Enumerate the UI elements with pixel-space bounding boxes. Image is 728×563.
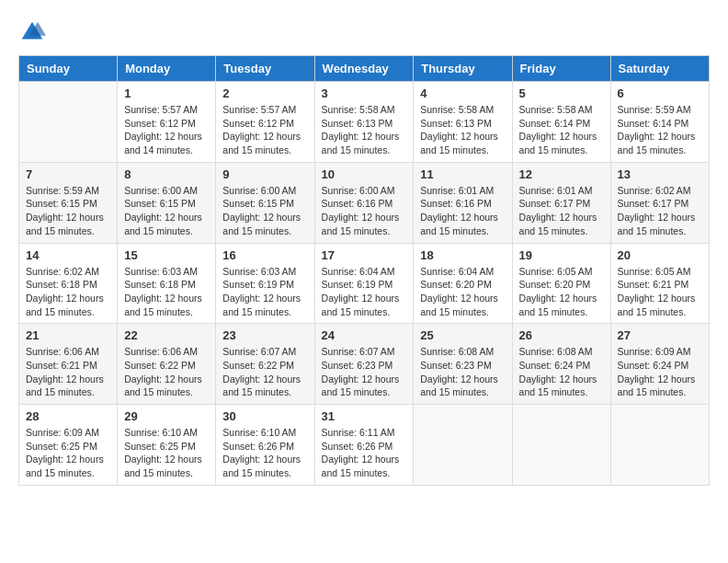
day-number: 30 [222,409,307,423]
calendar-cell: 12Sunrise: 6:01 AM Sunset: 6:17 PM Dayli… [512,162,610,243]
cell-info: Sunrise: 6:02 AM Sunset: 6:18 PM Dayligh… [26,265,110,319]
cell-info: Sunrise: 5:58 AM Sunset: 6:14 PM Dayligh… [519,103,604,157]
logo [18,18,50,46]
calendar-cell: 15Sunrise: 6:03 AM Sunset: 6:18 PM Dayli… [118,243,216,324]
cell-info: Sunrise: 6:06 AM Sunset: 6:21 PM Dayligh… [26,345,110,399]
logo-icon [18,18,46,46]
cell-info: Sunrise: 6:06 AM Sunset: 6:22 PM Dayligh… [124,345,209,399]
weekday-header-sunday: Sunday [19,56,118,82]
calendar-cell [19,82,118,163]
calendar-cell: 30Sunrise: 6:10 AM Sunset: 6:26 PM Dayli… [216,405,314,486]
cell-info: Sunrise: 6:01 AM Sunset: 6:17 PM Dayligh… [519,184,604,238]
calendar-cell [610,405,709,486]
cell-info: Sunrise: 5:58 AM Sunset: 6:13 PM Dayligh… [420,103,505,157]
cell-info: Sunrise: 6:09 AM Sunset: 6:25 PM Dayligh… [26,426,110,480]
day-number: 17 [322,248,407,262]
cell-info: Sunrise: 6:08 AM Sunset: 6:24 PM Dayligh… [519,345,604,399]
weekday-header-friday: Friday [512,56,610,82]
calendar-cell: 5Sunrise: 5:58 AM Sunset: 6:14 PM Daylig… [512,82,610,163]
day-number: 25 [420,328,505,342]
day-number: 5 [519,86,604,100]
weekday-header-thursday: Thursday [414,56,512,82]
calendar-cell: 10Sunrise: 6:00 AM Sunset: 6:16 PM Dayli… [314,162,414,243]
calendar-cell: 18Sunrise: 6:04 AM Sunset: 6:20 PM Dayli… [414,243,512,324]
day-number: 15 [124,248,209,262]
cell-info: Sunrise: 6:07 AM Sunset: 6:22 PM Dayligh… [222,345,307,399]
day-number: 29 [124,409,209,423]
day-number: 3 [322,86,407,100]
day-number: 6 [618,86,702,100]
calendar-cell: 4Sunrise: 5:58 AM Sunset: 6:13 PM Daylig… [414,82,512,163]
calendar-cell: 11Sunrise: 6:01 AM Sunset: 6:16 PM Dayli… [414,162,512,243]
calendar-header: SundayMondayTuesdayWednesdayThursdayFrid… [19,56,710,82]
day-number: 8 [124,167,209,181]
day-number: 14 [26,248,110,262]
weekday-header-row: SundayMondayTuesdayWednesdayThursdayFrid… [19,56,710,82]
cell-info: Sunrise: 6:07 AM Sunset: 6:23 PM Dayligh… [322,345,407,399]
cell-info: Sunrise: 5:57 AM Sunset: 6:12 PM Dayligh… [222,103,307,157]
calendar-cell: 24Sunrise: 6:07 AM Sunset: 6:23 PM Dayli… [314,324,414,405]
day-number: 19 [519,248,604,262]
cell-info: Sunrise: 6:00 AM Sunset: 6:16 PM Dayligh… [322,184,407,238]
cell-info: Sunrise: 6:04 AM Sunset: 6:19 PM Dayligh… [322,265,407,319]
calendar-cell: 28Sunrise: 6:09 AM Sunset: 6:25 PM Dayli… [19,405,118,486]
calendar-cell: 19Sunrise: 6:05 AM Sunset: 6:20 PM Dayli… [512,243,610,324]
calendar-cell: 17Sunrise: 6:04 AM Sunset: 6:19 PM Dayli… [314,243,414,324]
cell-info: Sunrise: 5:59 AM Sunset: 6:15 PM Dayligh… [26,184,110,238]
cell-info: Sunrise: 5:57 AM Sunset: 6:12 PM Dayligh… [124,103,209,157]
cell-info: Sunrise: 6:03 AM Sunset: 6:18 PM Dayligh… [124,265,209,319]
calendar-cell: 9Sunrise: 6:00 AM Sunset: 6:15 PM Daylig… [216,162,314,243]
day-number: 18 [420,248,505,262]
cell-info: Sunrise: 6:09 AM Sunset: 6:24 PM Dayligh… [618,345,702,399]
cell-info: Sunrise: 6:01 AM Sunset: 6:16 PM Dayligh… [420,184,505,238]
day-number: 2 [222,86,307,100]
calendar-cell [512,405,610,486]
cell-info: Sunrise: 6:10 AM Sunset: 6:26 PM Dayligh… [222,426,307,480]
calendar-cell: 6Sunrise: 5:59 AM Sunset: 6:14 PM Daylig… [610,82,709,163]
day-number: 13 [618,167,702,181]
day-number: 4 [420,86,505,100]
day-number: 27 [618,328,702,342]
calendar-week-3: 14Sunrise: 6:02 AM Sunset: 6:18 PM Dayli… [19,243,710,324]
calendar-cell: 16Sunrise: 6:03 AM Sunset: 6:19 PM Dayli… [216,243,314,324]
cell-info: Sunrise: 6:08 AM Sunset: 6:23 PM Dayligh… [420,345,505,399]
calendar-cell: 29Sunrise: 6:10 AM Sunset: 6:25 PM Dayli… [118,405,216,486]
cell-info: Sunrise: 6:04 AM Sunset: 6:20 PM Dayligh… [420,265,505,319]
calendar-cell: 27Sunrise: 6:09 AM Sunset: 6:24 PM Dayli… [610,324,709,405]
day-number: 12 [519,167,604,181]
day-number: 11 [420,167,505,181]
cell-info: Sunrise: 6:10 AM Sunset: 6:25 PM Dayligh… [124,426,209,480]
cell-info: Sunrise: 6:05 AM Sunset: 6:20 PM Dayligh… [519,265,604,319]
cell-info: Sunrise: 6:05 AM Sunset: 6:21 PM Dayligh… [618,265,702,319]
cell-info: Sunrise: 6:00 AM Sunset: 6:15 PM Dayligh… [222,184,307,238]
weekday-header-saturday: Saturday [610,56,709,82]
day-number: 1 [124,86,209,100]
calendar-cell: 26Sunrise: 6:08 AM Sunset: 6:24 PM Dayli… [512,324,610,405]
weekday-header-tuesday: Tuesday [216,56,314,82]
day-number: 31 [322,409,407,423]
calendar-week-1: 1Sunrise: 5:57 AM Sunset: 6:12 PM Daylig… [19,82,710,163]
calendar-week-4: 21Sunrise: 6:06 AM Sunset: 6:21 PM Dayli… [19,324,710,405]
cell-info: Sunrise: 6:11 AM Sunset: 6:26 PM Dayligh… [322,426,407,480]
calendar-cell: 14Sunrise: 6:02 AM Sunset: 6:18 PM Dayli… [19,243,118,324]
cell-info: Sunrise: 5:58 AM Sunset: 6:13 PM Dayligh… [322,103,407,157]
calendar-cell [414,405,512,486]
calendar-cell: 8Sunrise: 6:00 AM Sunset: 6:15 PM Daylig… [118,162,216,243]
day-number: 9 [222,167,307,181]
calendar-cell: 13Sunrise: 6:02 AM Sunset: 6:17 PM Dayli… [610,162,709,243]
day-number: 10 [322,167,407,181]
calendar-cell: 21Sunrise: 6:06 AM Sunset: 6:21 PM Dayli… [19,324,118,405]
calendar-body: 1Sunrise: 5:57 AM Sunset: 6:12 PM Daylig… [19,82,710,486]
calendar-cell: 3Sunrise: 5:58 AM Sunset: 6:13 PM Daylig… [314,82,414,163]
calendar-cell: 7Sunrise: 5:59 AM Sunset: 6:15 PM Daylig… [19,162,118,243]
day-number: 22 [124,328,209,342]
calendar-cell: 2Sunrise: 5:57 AM Sunset: 6:12 PM Daylig… [216,82,314,163]
weekday-header-monday: Monday [118,56,216,82]
calendar-cell: 23Sunrise: 6:07 AM Sunset: 6:22 PM Dayli… [216,324,314,405]
calendar-cell: 22Sunrise: 6:06 AM Sunset: 6:22 PM Dayli… [118,324,216,405]
day-number: 16 [222,248,307,262]
calendar-week-5: 28Sunrise: 6:09 AM Sunset: 6:25 PM Dayli… [19,405,710,486]
calendar-cell: 1Sunrise: 5:57 AM Sunset: 6:12 PM Daylig… [118,82,216,163]
day-number: 23 [222,328,307,342]
calendar-table: SundayMondayTuesdayWednesdayThursdayFrid… [18,55,710,486]
